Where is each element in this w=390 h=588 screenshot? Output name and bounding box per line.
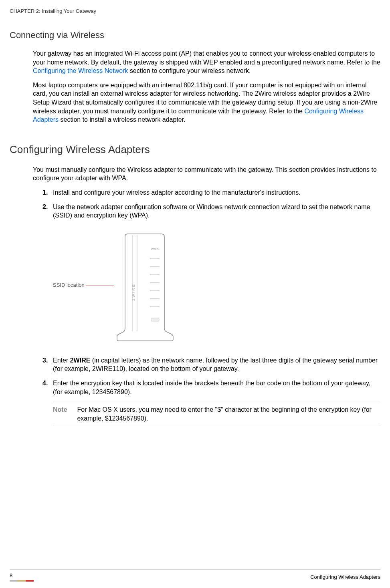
- list-item: 4. Enter the encryption key that is loca…: [42, 379, 380, 396]
- list-number: 1.: [42, 188, 48, 197]
- svg-rect-8: [150, 298, 160, 299]
- step-text: Enter the encryption key that is located…: [53, 380, 370, 395]
- footer-row: 8 Configuring Wireless Adapters: [10, 572, 380, 582]
- text: Enter: [53, 357, 70, 364]
- bold-text: 2WIRE: [70, 357, 91, 364]
- page-footer: 8 Configuring Wireless Adapters: [0, 570, 390, 582]
- chapter-label: CHAPTER 2: Installing Your Gateway: [10, 8, 96, 14]
- paragraph: You must manually configure the Wireless…: [33, 165, 380, 183]
- brand-label: 2WIRE: [151, 248, 160, 250]
- list-item: 3. Enter 2WIRE (in capital letters) as t…: [42, 356, 380, 373]
- paragraph: Most laptop computers are equipped with …: [33, 81, 380, 124]
- list-item: 1. Install and configure your wireless a…: [42, 188, 380, 197]
- main-content: Connecting via Wireless Your gateway has…: [0, 14, 390, 426]
- list-number: 2.: [42, 203, 48, 211]
- svg-rect-6: [150, 282, 160, 283]
- text: (in capital letters) as the network name…: [53, 357, 378, 373]
- text: section to configure your wireless netwo…: [128, 67, 251, 74]
- svg-rect-5: [150, 274, 160, 275]
- footer-left: 8: [10, 572, 34, 582]
- bar-grey: [10, 580, 18, 582]
- svg-rect-3: [150, 258, 160, 259]
- gateway-figure: SSID location 2WIRE 2WIRE: [53, 232, 380, 344]
- step-text: Install and configure your wireless adap…: [53, 189, 301, 196]
- bar-red: [26, 580, 34, 582]
- steps-list: 1. Install and configure your wireless a…: [42, 188, 380, 220]
- bar-tan: [18, 580, 26, 582]
- page-header: CHAPTER 2: Installing Your Gateway: [0, 0, 390, 14]
- note-text: For Mac OS X users, you may need to ente…: [77, 405, 379, 423]
- section-title-adapters: Configuring Wireless Adapters: [10, 143, 380, 156]
- note-box: Note For Mac OS X users, you may need to…: [53, 402, 380, 426]
- svg-rect-4: [150, 266, 160, 267]
- svg-rect-9: [150, 306, 160, 307]
- step-text: Enter 2WIRE (in capital letters) as the …: [53, 357, 378, 373]
- page-number: 8: [10, 572, 12, 578]
- ssid-location-label: SSID location: [53, 282, 85, 288]
- footer-divider: [10, 570, 380, 570]
- list-number: 3.: [42, 356, 48, 365]
- steps-list-continued: 3. Enter 2WIRE (in capital letters) as t…: [42, 356, 380, 396]
- svg-text:2WIRE: 2WIRE: [131, 283, 135, 301]
- text: section to install a wireless network ad…: [59, 116, 186, 123]
- paragraph: Your gateway has an integrated Wi-Fi acc…: [33, 49, 380, 75]
- footer-color-bars: [10, 580, 34, 582]
- svg-rect-10: [151, 318, 159, 321]
- footer-section-label: Configuring Wireless Adapters: [310, 574, 380, 580]
- step-text: Use the network adapter configuration so…: [53, 203, 370, 219]
- list-number: 4.: [42, 379, 48, 388]
- svg-rect-7: [150, 290, 160, 291]
- section-title-wireless: Connecting via Wireless: [10, 30, 380, 40]
- text: Your gateway has an integrated Wi-Fi acc…: [33, 50, 380, 66]
- note-label: Note: [53, 405, 75, 414]
- gateway-device-icon: 2WIRE 2WIRE: [109, 232, 181, 344]
- list-item: 2. Use the network adapter configuration…: [42, 203, 380, 220]
- link-configuring-network[interactable]: Configuring the Wireless Network: [33, 67, 128, 74]
